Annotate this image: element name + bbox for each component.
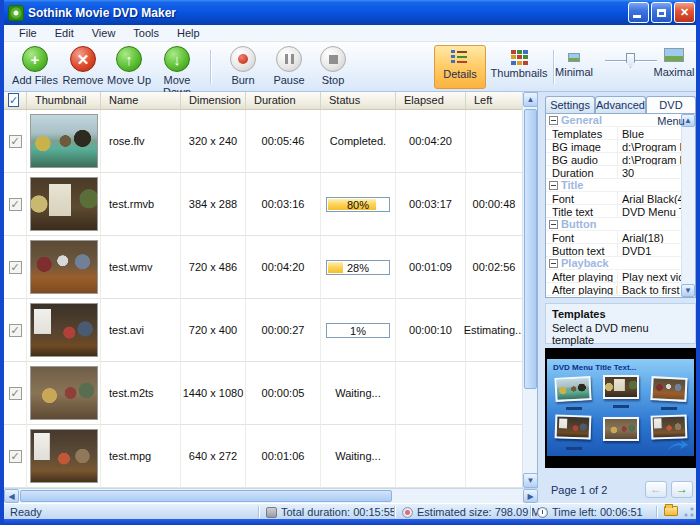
toolbar-separator (210, 50, 211, 84)
property-row-after-playing[interactable]: After playing ... Play next video (546, 270, 695, 283)
col-status[interactable]: Status (321, 92, 396, 109)
cell-left (466, 110, 523, 173)
scroll-down-icon[interactable]: ▼ (523, 473, 538, 488)
table-row[interactable]: ✓ rose.flv 320 x 240 00:05:46 Completed.… (4, 110, 537, 173)
resize-grip[interactable] (683, 506, 695, 518)
col-name[interactable]: Name (101, 92, 181, 109)
menu-file[interactable]: File (10, 25, 46, 41)
dvd-menu-preview[interactable]: DVD Menu Title Text... (545, 348, 696, 468)
minimize-button[interactable] (628, 2, 649, 23)
description-title: Templates (552, 308, 689, 320)
thumbnails-label: Thumbnails (490, 67, 548, 79)
tab-dvd-menu[interactable]: DVD Menu (646, 96, 696, 113)
scroll-up-icon[interactable]: ▲ (523, 92, 538, 107)
title-bar: Sothink Movie DVD Maker ✕ (0, 0, 700, 25)
property-row-duration[interactable]: Duration 30 (546, 166, 695, 179)
menu-tools[interactable]: Tools (124, 25, 168, 41)
table-horizontal-scrollbar[interactable]: ◀ ▶ (4, 488, 538, 503)
scroll-down-icon[interactable]: ▼ (681, 284, 695, 297)
row-checkbox[interactable]: ✓ (9, 135, 22, 148)
scrollbar-thumb[interactable] (524, 109, 537, 389)
property-row-bg-image[interactable]: BG image d:\Program Fi... (546, 140, 695, 153)
cell-elapsed (396, 362, 466, 425)
cell-dimension: 1440 x 1080 (181, 362, 246, 425)
row-checkbox[interactable]: ✓ (9, 324, 22, 337)
menu-edit[interactable]: Edit (46, 25, 83, 41)
menu-thumb (555, 414, 592, 439)
collapse-icon[interactable] (549, 181, 558, 190)
details-view-button[interactable]: Details (434, 45, 486, 89)
row-checkbox[interactable]: ✓ (9, 198, 22, 211)
table-row[interactable]: ✓ test.rmvb 384 x 288 00:03:16 80% 00:03… (4, 173, 537, 236)
property-row-after-playing-last[interactable]: After playing l... Back to first ... (546, 283, 695, 296)
app-icon (8, 5, 24, 21)
thumbnails-view-button[interactable]: Thumbnails (490, 45, 548, 89)
group-playback[interactable]: Playback (546, 257, 695, 270)
next-page-button[interactable]: → (671, 481, 693, 498)
cell-dimension: 720 x 486 (181, 236, 246, 299)
video-thumbnail (30, 429, 98, 483)
tab-advanced[interactable]: Advanced (595, 96, 646, 113)
scroll-left-icon[interactable]: ◀ (4, 489, 19, 503)
property-row-button-text[interactable]: Button text DVD1 (546, 244, 695, 257)
row-checkbox[interactable]: ✓ (9, 450, 22, 463)
table-row[interactable]: ✓ test.m2ts 1440 x 1080 00:00:05 Waiting… (4, 362, 537, 425)
move-up-button[interactable]: ↑ Move Up (102, 45, 156, 89)
file-table: ✓ Thumbnail Name Dimension Duration Stat… (4, 92, 538, 488)
description-text: Select a DVD menu template (552, 322, 689, 346)
video-thumbnail (30, 177, 98, 231)
add-files-button[interactable]: + Add Files (8, 45, 62, 89)
property-row-title-text[interactable]: Title text DVD Menu T... (546, 205, 695, 218)
collapse-icon[interactable] (549, 259, 558, 268)
menu-help[interactable]: Help (168, 25, 209, 41)
select-all-cell: ✓ (4, 92, 27, 109)
row-checkbox[interactable]: ✓ (9, 387, 22, 400)
property-row-bg-audio[interactable]: BG audio d:\Program Fi... (546, 153, 695, 166)
table-row[interactable]: ✓ test.mpg 640 x 272 00:01:06 Waiting... (4, 425, 537, 488)
close-button[interactable]: ✕ (674, 2, 695, 23)
maximize-button[interactable] (651, 2, 672, 23)
menu-title-text: DVD Menu Title Text... (553, 363, 636, 372)
property-grid: General Templates Blue ▼ BG image d:\Pro… (545, 113, 696, 298)
col-elapsed[interactable]: Elapsed (396, 92, 466, 109)
collapse-icon[interactable] (549, 116, 558, 125)
status-folder[interactable] (664, 506, 678, 516)
thumbnail-size-slider-thumb[interactable] (626, 53, 635, 68)
table-row[interactable]: ✓ test.avi 720 x 400 00:00:27 1% 00:00:1… (4, 299, 537, 362)
col-thumbnail[interactable]: Thumbnail (27, 92, 101, 109)
collapse-icon[interactable] (549, 220, 558, 229)
property-row-button-font[interactable]: Font Arial(18) (546, 231, 695, 244)
grid-scrollbar[interactable]: ▲ ▼ (681, 114, 695, 297)
toolbar: + Add Files ✕ Remove ↑ Move Up ↓ Move Do… (4, 42, 696, 92)
menu-thumb (650, 376, 687, 402)
col-left[interactable]: Left (466, 92, 523, 109)
col-duration[interactable]: Duration (246, 92, 321, 109)
table-vertical-scrollbar[interactable]: ▲ ▼ (522, 92, 537, 488)
group-title[interactable]: Title (546, 179, 695, 192)
record-icon (230, 46, 256, 72)
cell-duration: 00:00:27 (246, 299, 321, 362)
cell-status: Waiting... (321, 362, 396, 425)
disc-icon (402, 507, 413, 518)
row-checkbox[interactable]: ✓ (9, 261, 22, 274)
group-button[interactable]: Button (546, 218, 695, 231)
pause-icon (276, 46, 302, 72)
col-dimension[interactable]: Dimension (181, 92, 246, 109)
scrollbar-thumb[interactable] (20, 490, 392, 502)
details-list-icon (451, 50, 469, 66)
scroll-right-icon[interactable]: ▶ (523, 489, 538, 503)
small-image-icon (568, 53, 580, 62)
property-row-title-font[interactable]: Font Arial Black(45) (546, 192, 695, 205)
previous-page-button[interactable]: ← (645, 481, 667, 498)
table-row[interactable]: ✓ test.wmv 720 x 486 00:04:20 28% 00:01:… (4, 236, 537, 299)
cell-name: test.m2ts (101, 362, 181, 425)
tab-settings[interactable]: Settings (545, 96, 595, 113)
cell-name: test.wmv (101, 236, 181, 299)
video-thumbnail (30, 240, 98, 294)
window-title: Sothink Movie DVD Maker (28, 6, 628, 20)
move-down-button[interactable]: ↓ Move Down (150, 45, 204, 89)
status-bar: Ready Total duration: 00:15:55 Estimated… (4, 503, 696, 519)
select-all-checkbox[interactable]: ✓ (8, 93, 19, 107)
menu-view[interactable]: View (83, 25, 125, 41)
stop-button[interactable]: Stop (306, 45, 360, 89)
